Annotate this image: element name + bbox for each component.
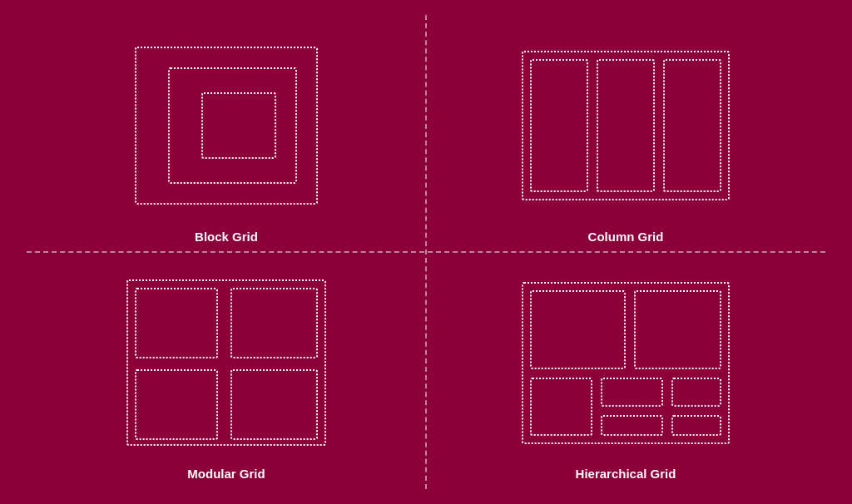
hier-bm2-box xyxy=(601,415,663,436)
hierarchical-grid-label: Hierarchical Grid xyxy=(576,467,676,481)
modular-grid-wrapper xyxy=(126,279,326,446)
block-grid-label: Block Grid xyxy=(195,230,258,244)
block-inner-box xyxy=(201,92,276,159)
hier-bl-box xyxy=(530,378,592,436)
block-grid-wrapper xyxy=(135,47,318,205)
hierarchical-grid-diagram xyxy=(451,269,800,457)
col-left-box xyxy=(530,59,588,192)
mod-bl-box xyxy=(135,369,218,440)
hier-br-box xyxy=(671,378,721,407)
block-grid-diagram xyxy=(52,32,401,220)
column-grid-wrapper xyxy=(522,51,730,200)
modular-grid-cell: Modular Grid xyxy=(27,252,426,489)
hier-grid-wrapper xyxy=(522,282,730,444)
modular-grid-label: Modular Grid xyxy=(187,467,265,481)
hierarchical-grid-cell: Hierarchical Grid xyxy=(426,252,825,489)
block-grid-cell: Block Grid xyxy=(27,15,426,252)
hier-tr-box xyxy=(634,290,721,369)
column-grid-label: Column Grid xyxy=(588,230,664,244)
mod-br-box xyxy=(230,369,318,440)
hier-br2-box xyxy=(671,415,721,436)
hier-tl-box xyxy=(530,290,626,369)
hier-bm-box xyxy=(601,378,663,407)
column-grid-cell: Column Grid xyxy=(426,15,825,252)
mod-tr-box xyxy=(230,288,318,358)
col-mid-box xyxy=(597,59,655,192)
column-grid-diagram xyxy=(451,32,800,220)
main-container: Block Grid Column Grid Modular Grid xyxy=(27,15,825,489)
modular-grid-diagram xyxy=(52,269,401,457)
mod-tl-box xyxy=(135,288,218,358)
col-right-box xyxy=(663,59,721,192)
